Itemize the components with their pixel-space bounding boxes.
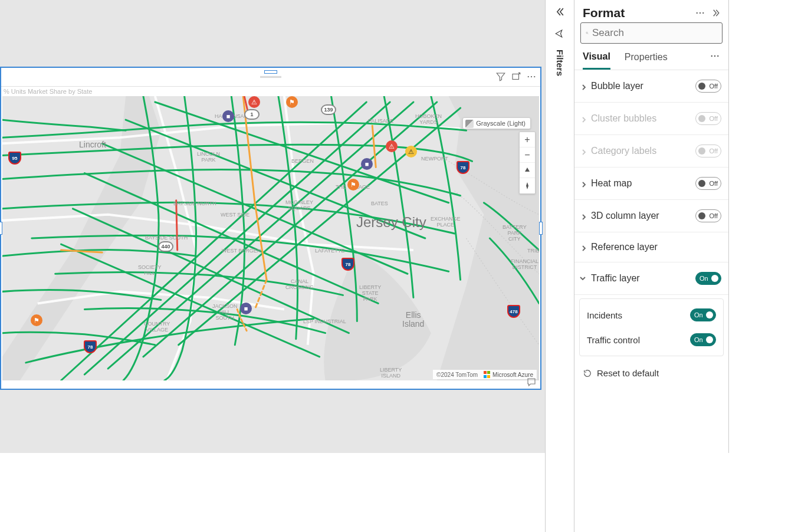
interstate-shield-icon: 78: [457, 161, 469, 174]
traffic-incident-icon[interactable]: ⚠: [386, 140, 398, 152]
azure-map[interactable]: Jersey City LincroftHACKENSACKPALISADEHO…: [2, 96, 539, 380]
traffic-incident-icon[interactable]: ■: [240, 303, 252, 314]
visual-title: % Units Market Share by State: [4, 88, 92, 95]
more-options-icon[interactable]: [525, 70, 538, 83]
format-search[interactable]: [580, 22, 723, 44]
filters-rail: Filters: [545, 0, 574, 532]
format-panel: Format Visual Properties Bubble layer Of…: [574, 0, 729, 453]
svg-rect-0: [513, 74, 519, 80]
toggle-traffic-layer[interactable]: On: [695, 272, 721, 285]
map-locality-label: WEST BERGEN: [222, 248, 261, 254]
row-label: Category labels: [591, 146, 656, 156]
row-bubble-layer[interactable]: Bubble layer Off: [574, 70, 728, 103]
traffic-incident-icon[interactable]: ■: [361, 158, 373, 170]
row-label: Traffic layer: [591, 273, 640, 284]
svg-point-9: [711, 55, 712, 57]
map-locality-label: HOBOKEN YARDS: [415, 114, 442, 126]
toggle-incidents[interactable]: On: [690, 308, 716, 321]
map-style-picker[interactable]: Grayscale (Light): [462, 117, 531, 129]
reset-icon: [583, 369, 592, 378]
comment-icon[interactable]: [526, 377, 537, 390]
svg-point-7: [702, 12, 704, 14]
tab-visual[interactable]: Visual: [583, 51, 610, 70]
search-input[interactable]: [592, 27, 717, 39]
microsoft-logo-icon: [484, 371, 491, 378]
map-locality-label: PALISADE: [368, 119, 393, 124]
map-attribution: ©2024 TomTom Microsoft Azure: [433, 370, 537, 379]
map-locality-label: SOCIETY HILL: [138, 265, 162, 277]
row-traffic-layer[interactable]: Traffic layer On: [574, 262, 728, 295]
drag-handle-icon: [260, 75, 281, 78]
traffic-incident-icon[interactable]: ■: [222, 110, 234, 122]
map-locality-label: BAYSIDE NORTH: [173, 201, 216, 207]
map-locality-label: LAFAYETTE: [315, 248, 344, 254]
map-tiles: [2, 96, 539, 380]
traffic-incident-icon[interactable]: ⚑: [347, 179, 359, 191]
toggle-3d-column-layer[interactable]: Off: [695, 209, 721, 222]
traffic-incident-icon[interactable]: ⚑: [31, 314, 42, 326]
map-locality-label: BATES: [371, 201, 388, 207]
toggle-bubble-layer[interactable]: Off: [695, 80, 721, 93]
svg-point-10: [714, 55, 715, 57]
map-locality-label: WEST SIDE: [221, 212, 249, 218]
map-locality-label: TRIBECA: [527, 248, 539, 254]
map-locality-label: MCGINLEY SQUARE: [285, 200, 313, 212]
svg-point-8: [586, 32, 588, 34]
expand-pane-left-icon[interactable]: [554, 6, 566, 20]
svg-point-11: [717, 55, 718, 57]
interstate-shield-icon: 78: [84, 340, 97, 353]
pitch-button[interactable]: [520, 163, 535, 178]
svg-point-1: [528, 76, 529, 77]
row-cluster-bubbles: Cluster bubbles Off: [574, 103, 728, 135]
traffic-incident-icon[interactable]: ⚑: [286, 96, 298, 108]
tab-properties[interactable]: Properties: [625, 52, 668, 68]
route-shield-icon: 1: [244, 109, 260, 120]
traffic-incident-icon[interactable]: ⚠: [248, 96, 260, 108]
row-3d-column-layer[interactable]: 3D column layer Off: [574, 200, 728, 232]
toggle-heat-map[interactable]: Off: [695, 177, 721, 190]
map-locality-label: NEWPORT: [421, 156, 448, 162]
row-category-labels: Category labels Off: [574, 135, 728, 168]
map-locality-label: CANAL CROSSING: [285, 279, 314, 291]
traffic-layer-subsection: Incidents On Traffic control On: [579, 298, 724, 356]
traffic-incident-icon[interactable]: ⚠: [405, 146, 417, 157]
svg-point-3: [534, 76, 535, 77]
map-locality-label: FINANCIAL DISTRICT: [511, 259, 538, 271]
svg-point-6: [700, 12, 701, 14]
compass-button[interactable]: [520, 178, 535, 193]
reset-label: Reset to default: [597, 368, 659, 378]
collapse-panel-right-icon[interactable]: [711, 7, 723, 19]
filters-funnel-icon[interactable]: [554, 28, 565, 41]
sub-traffic-control-label: Traffic control: [587, 335, 640, 345]
map-locality-label: JACKSON HILL SOUTH: [212, 304, 238, 321]
zoom-in-button[interactable]: +: [520, 132, 535, 147]
map-locality-label: EXCHANGE PLACE: [431, 216, 461, 228]
toggle-cluster-bubbles: Off: [695, 112, 721, 125]
map-style-label: Grayscale (Light): [476, 120, 526, 127]
map-visual-frame[interactable]: % Units Market Share by State: [0, 67, 541, 390]
toggle-category-labels: Off: [695, 145, 721, 157]
row-reference-layer[interactable]: Reference layer: [574, 232, 728, 262]
zoom-out-button[interactable]: −: [520, 147, 535, 163]
attribution-tomtom: ©2024 TomTom: [436, 372, 478, 378]
map-locality-label: BERGEN: [291, 159, 314, 165]
reset-to-default-button[interactable]: Reset to default: [574, 360, 728, 386]
focus-mode-icon[interactable]: [510, 70, 523, 83]
resize-handle-right[interactable]: [539, 222, 543, 235]
filter-icon[interactable]: [494, 70, 507, 83]
sub-incidents-label: Incidents: [587, 310, 622, 320]
tabs-more-icon[interactable]: [710, 51, 720, 70]
map-locality-label: LIBERTY ISLAND: [380, 367, 402, 379]
row-label: Heat map: [591, 178, 632, 189]
panel-more-icon[interactable]: [694, 7, 706, 19]
map-locality-label: LINCOLN PARK: [197, 152, 220, 163]
filters-label[interactable]: Filters: [555, 50, 565, 76]
interstate-shield-icon: 95: [8, 152, 21, 165]
route-shield-icon: 139: [321, 104, 336, 115]
row-label: Bubble layer: [591, 81, 643, 91]
report-canvas: % Units Market Share by State: [0, 0, 545, 453]
row-heat-map[interactable]: Heat map Off: [574, 168, 728, 200]
map-controls: + −: [519, 132, 536, 194]
map-locality-label: LSP INDUSTRIAL: [303, 319, 346, 325]
toggle-traffic-control[interactable]: On: [690, 333, 716, 346]
